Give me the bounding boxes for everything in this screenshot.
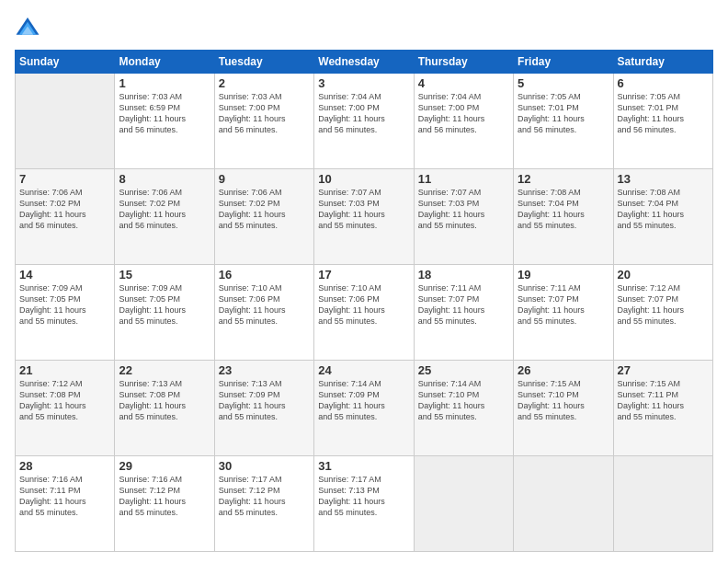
calendar-cell: 7Sunrise: 7:06 AM Sunset: 7:02 PM Daylig…	[16, 169, 115, 265]
day-number: 19	[518, 268, 609, 282]
calendar-cell: 4Sunrise: 7:04 AM Sunset: 7:00 PM Daylig…	[414, 74, 513, 169]
day-info: Sunrise: 7:13 AM Sunset: 7:09 PM Dayligh…	[219, 378, 310, 423]
day-number: 4	[418, 76, 509, 90]
header-day: Saturday	[613, 51, 712, 74]
day-info: Sunrise: 7:11 AM Sunset: 7:07 PM Dayligh…	[418, 282, 509, 327]
day-info: Sunrise: 7:09 AM Sunset: 7:05 PM Dayligh…	[19, 282, 110, 327]
calendar-cell	[613, 456, 712, 552]
day-info: Sunrise: 7:04 AM Sunset: 7:00 PM Dayligh…	[318, 91, 409, 136]
day-number: 18	[418, 268, 509, 282]
calendar-week: 21Sunrise: 7:12 AM Sunset: 7:08 PM Dayli…	[16, 361, 713, 456]
calendar-cell: 30Sunrise: 7:17 AM Sunset: 7:12 PM Dayli…	[214, 456, 313, 552]
day-number: 9	[219, 172, 310, 186]
calendar-cell: 2Sunrise: 7:03 AM Sunset: 7:00 PM Daylig…	[214, 74, 313, 169]
day-info: Sunrise: 7:16 AM Sunset: 7:11 PM Dayligh…	[19, 474, 110, 519]
header-day: Monday	[115, 51, 214, 74]
day-number: 6	[618, 76, 709, 90]
calendar-cell	[514, 456, 613, 552]
page: SundayMondayTuesdayWednesdayThursdayFrid…	[0, 0, 728, 563]
calendar-cell: 25Sunrise: 7:14 AM Sunset: 7:10 PM Dayli…	[414, 361, 513, 456]
day-info: Sunrise: 7:07 AM Sunset: 7:03 PM Dayligh…	[418, 187, 509, 232]
day-info: Sunrise: 7:09 AM Sunset: 7:05 PM Dayligh…	[119, 282, 210, 327]
calendar-cell: 31Sunrise: 7:17 AM Sunset: 7:13 PM Dayli…	[314, 456, 414, 552]
day-number: 12	[518, 172, 609, 186]
day-number: 1	[119, 76, 210, 90]
calendar-cell: 16Sunrise: 7:10 AM Sunset: 7:06 PM Dayli…	[214, 265, 313, 361]
calendar-cell: 11Sunrise: 7:07 AM Sunset: 7:03 PM Dayli…	[414, 169, 513, 265]
day-info: Sunrise: 7:08 AM Sunset: 7:04 PM Dayligh…	[618, 187, 709, 232]
day-number: 20	[618, 268, 709, 282]
day-number: 27	[618, 363, 709, 377]
calendar-cell: 15Sunrise: 7:09 AM Sunset: 7:05 PM Dayli…	[115, 265, 214, 361]
day-number: 10	[318, 172, 409, 186]
day-number: 8	[119, 172, 210, 186]
day-number: 21	[19, 363, 110, 377]
calendar-cell: 5Sunrise: 7:05 AM Sunset: 7:01 PM Daylig…	[514, 74, 613, 169]
calendar-week: 28Sunrise: 7:16 AM Sunset: 7:11 PM Dayli…	[16, 456, 713, 552]
day-number: 25	[418, 363, 509, 377]
calendar-cell: 28Sunrise: 7:16 AM Sunset: 7:11 PM Dayli…	[16, 456, 115, 552]
calendar-cell: 9Sunrise: 7:06 AM Sunset: 7:02 PM Daylig…	[214, 169, 313, 265]
calendar-cell: 22Sunrise: 7:13 AM Sunset: 7:08 PM Dayli…	[115, 361, 214, 456]
header	[15, 15, 713, 40]
day-info: Sunrise: 7:04 AM Sunset: 7:00 PM Dayligh…	[418, 91, 509, 136]
calendar-cell: 29Sunrise: 7:16 AM Sunset: 7:12 PM Dayli…	[115, 456, 214, 552]
day-info: Sunrise: 7:13 AM Sunset: 7:08 PM Dayligh…	[119, 378, 210, 423]
calendar-cell: 20Sunrise: 7:12 AM Sunset: 7:07 PM Dayli…	[613, 265, 712, 361]
day-info: Sunrise: 7:06 AM Sunset: 7:02 PM Dayligh…	[19, 187, 110, 232]
day-info: Sunrise: 7:17 AM Sunset: 7:12 PM Dayligh…	[219, 474, 310, 519]
day-number: 3	[318, 76, 409, 90]
calendar-cell: 26Sunrise: 7:15 AM Sunset: 7:10 PM Dayli…	[514, 361, 613, 456]
day-number: 2	[219, 76, 310, 90]
calendar-table: SundayMondayTuesdayWednesdayThursdayFrid…	[15, 50, 713, 552]
header-day: Tuesday	[214, 51, 313, 74]
day-info: Sunrise: 7:05 AM Sunset: 7:01 PM Dayligh…	[618, 91, 709, 136]
day-info: Sunrise: 7:07 AM Sunset: 7:03 PM Dayligh…	[318, 187, 409, 232]
calendar-cell: 17Sunrise: 7:10 AM Sunset: 7:06 PM Dayli…	[314, 265, 414, 361]
calendar-cell: 8Sunrise: 7:06 AM Sunset: 7:02 PM Daylig…	[115, 169, 214, 265]
day-number: 23	[219, 363, 310, 377]
day-number: 31	[318, 459, 409, 473]
day-info: Sunrise: 7:05 AM Sunset: 7:01 PM Dayligh…	[518, 91, 609, 136]
day-info: Sunrise: 7:15 AM Sunset: 7:11 PM Dayligh…	[618, 378, 709, 423]
day-info: Sunrise: 7:10 AM Sunset: 7:06 PM Dayligh…	[219, 282, 310, 327]
day-number: 28	[19, 459, 110, 473]
calendar-cell: 23Sunrise: 7:13 AM Sunset: 7:09 PM Dayli…	[214, 361, 313, 456]
day-number: 16	[219, 268, 310, 282]
day-number: 14	[19, 268, 110, 282]
day-number: 26	[518, 363, 609, 377]
day-info: Sunrise: 7:10 AM Sunset: 7:06 PM Dayligh…	[318, 282, 409, 327]
calendar-week: 7Sunrise: 7:06 AM Sunset: 7:02 PM Daylig…	[16, 169, 713, 265]
logo	[15, 15, 44, 40]
calendar-header: SundayMondayTuesdayWednesdayThursdayFrid…	[16, 51, 713, 74]
day-number: 17	[318, 268, 409, 282]
header-row: SundayMondayTuesdayWednesdayThursdayFrid…	[16, 51, 713, 74]
day-number: 22	[119, 363, 210, 377]
day-number: 29	[119, 459, 210, 473]
header-day: Wednesday	[314, 51, 414, 74]
day-number: 30	[219, 459, 310, 473]
calendar-cell: 21Sunrise: 7:12 AM Sunset: 7:08 PM Dayli…	[16, 361, 115, 456]
day-info: Sunrise: 7:06 AM Sunset: 7:02 PM Dayligh…	[119, 187, 210, 232]
day-number: 24	[318, 363, 409, 377]
day-info: Sunrise: 7:11 AM Sunset: 7:07 PM Dayligh…	[518, 282, 609, 327]
day-info: Sunrise: 7:03 AM Sunset: 7:00 PM Dayligh…	[219, 91, 310, 136]
day-number: 7	[19, 172, 110, 186]
day-info: Sunrise: 7:12 AM Sunset: 7:07 PM Dayligh…	[618, 282, 709, 327]
header-day: Friday	[514, 51, 613, 74]
calendar-cell: 6Sunrise: 7:05 AM Sunset: 7:01 PM Daylig…	[613, 74, 712, 169]
calendar-cell: 27Sunrise: 7:15 AM Sunset: 7:11 PM Dayli…	[613, 361, 712, 456]
day-info: Sunrise: 7:15 AM Sunset: 7:10 PM Dayligh…	[518, 378, 609, 423]
day-number: 15	[119, 268, 210, 282]
day-info: Sunrise: 7:14 AM Sunset: 7:10 PM Dayligh…	[418, 378, 509, 423]
day-info: Sunrise: 7:03 AM Sunset: 6:59 PM Dayligh…	[119, 91, 210, 136]
day-info: Sunrise: 7:14 AM Sunset: 7:09 PM Dayligh…	[318, 378, 409, 423]
calendar-week: 1Sunrise: 7:03 AM Sunset: 6:59 PM Daylig…	[16, 74, 713, 169]
calendar-cell: 24Sunrise: 7:14 AM Sunset: 7:09 PM Dayli…	[314, 361, 414, 456]
logo-icon	[15, 15, 40, 40]
calendar-cell: 14Sunrise: 7:09 AM Sunset: 7:05 PM Dayli…	[16, 265, 115, 361]
calendar-cell: 18Sunrise: 7:11 AM Sunset: 7:07 PM Dayli…	[414, 265, 513, 361]
calendar-body: 1Sunrise: 7:03 AM Sunset: 6:59 PM Daylig…	[16, 74, 713, 552]
day-info: Sunrise: 7:06 AM Sunset: 7:02 PM Dayligh…	[219, 187, 310, 232]
day-info: Sunrise: 7:16 AM Sunset: 7:12 PM Dayligh…	[119, 474, 210, 519]
